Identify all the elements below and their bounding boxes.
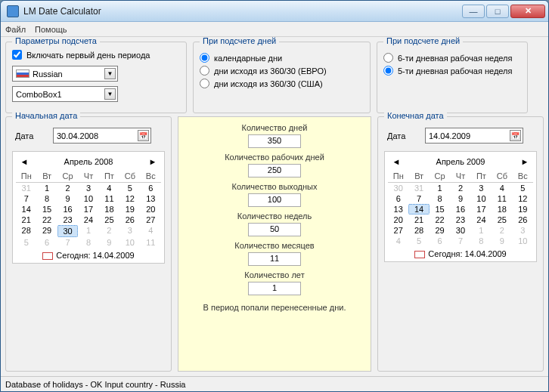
calendar-day[interactable]: 8 <box>471 236 492 246</box>
calendar-day[interactable]: 5 <box>408 236 429 246</box>
calendar-day[interactable]: 9 <box>450 193 470 204</box>
calendar-day[interactable]: 6 <box>388 193 408 204</box>
calendar-day[interactable]: 17 <box>471 204 492 215</box>
calendar-day[interactable]: 26 <box>513 215 533 225</box>
calendar-day[interactable]: 6 <box>430 236 450 246</box>
calendar-day[interactable]: 22 <box>36 215 57 225</box>
calendar-day[interactable]: 23 <box>450 215 470 225</box>
calendar-day[interactable]: 10 <box>471 193 492 204</box>
calendar-day[interactable]: 7 <box>450 236 470 246</box>
radio-six-day-week[interactable] <box>383 53 393 63</box>
calendar-day[interactable]: 11 <box>141 237 161 248</box>
calendar-day[interactable]: 9 <box>99 237 119 248</box>
calendar-day[interactable]: 19 <box>513 204 533 215</box>
calendar-day[interactable]: 1 <box>36 183 57 193</box>
start-date-picker[interactable]: 30.04.2008 📅 <box>53 128 151 144</box>
calendar-day[interactable]: 16 <box>57 204 78 215</box>
calendar-day[interactable]: 8 <box>430 193 450 204</box>
work-days-value[interactable]: 250 <box>248 164 301 177</box>
calendar-day[interactable]: 4 <box>99 183 119 193</box>
calendar-day[interactable]: 15 <box>430 204 450 215</box>
calendar-day[interactable]: 1 <box>471 225 492 236</box>
calendar-day[interactable]: 25 <box>492 215 512 225</box>
menu-help[interactable]: Помощь <box>35 25 67 34</box>
calendar-day[interactable]: 29 <box>430 225 450 236</box>
calendar-day[interactable]: 30 <box>450 225 470 236</box>
calendar-day[interactable]: 8 <box>36 193 57 204</box>
calendar-day[interactable]: 3 <box>119 225 140 237</box>
radio-calendar-days[interactable] <box>200 53 209 63</box>
calendar-day[interactable]: 29 <box>36 225 57 237</box>
calendar-day[interactable]: 21 <box>16 215 36 225</box>
calendar-day[interactable]: 7 <box>408 193 429 204</box>
calendar-day[interactable]: 1 <box>430 183 450 193</box>
calendar-day[interactable]: 18 <box>492 204 512 215</box>
calendar-day[interactable]: 2 <box>492 225 512 236</box>
calendar-day[interactable]: 6 <box>141 183 161 193</box>
close-button[interactable]: ✕ <box>510 5 545 18</box>
calendar-day[interactable]: 4 <box>492 183 512 193</box>
next-month-button[interactable]: ► <box>147 156 158 167</box>
calendar-day[interactable]: 24 <box>471 215 492 225</box>
prev-month-button[interactable]: ◄ <box>391 156 402 167</box>
prev-month-button[interactable]: ◄ <box>19 156 29 167</box>
calendar-day[interactable]: 22 <box>430 215 450 225</box>
calendar-day[interactable]: 5 <box>119 183 140 193</box>
weeks-value[interactable]: 50 <box>248 223 301 236</box>
radio-five-day-week[interactable] <box>383 66 393 76</box>
calendar-day[interactable]: 26 <box>119 215 140 225</box>
calendar-day[interactable]: 12 <box>119 193 140 204</box>
calendar-day[interactable]: 23 <box>57 215 78 225</box>
calendar-day[interactable]: 10 <box>119 237 140 248</box>
radio-usa-days[interactable] <box>200 79 209 88</box>
calendar-day[interactable]: 18 <box>99 204 119 215</box>
calendar-day[interactable]: 9 <box>492 236 512 246</box>
calendar-day[interactable]: 12 <box>513 193 533 204</box>
calendar-day[interactable]: 8 <box>78 237 98 248</box>
end-today-label[interactable]: Сегодня: 14.04.2009 <box>428 249 506 258</box>
calendar-day[interactable]: 2 <box>99 225 119 237</box>
calendar-day[interactable]: 11 <box>492 193 512 204</box>
calendar-day[interactable]: 20 <box>388 215 408 225</box>
end-calendar[interactable]: ◄ Апрель 2009 ► ПнВтСрЧтПтСбВс 303112345… <box>384 151 537 262</box>
calendar-day[interactable]: 31 <box>408 183 429 193</box>
calendar-day[interactable]: 21 <box>408 215 429 225</box>
calendar-day[interactable]: 25 <box>99 215 119 225</box>
calendar-day[interactable]: 7 <box>57 237 78 248</box>
calendar-day[interactable]: 1 <box>78 225 98 237</box>
calendar-day[interactable]: 30 <box>388 183 408 193</box>
calendar-day[interactable]: 2 <box>450 183 470 193</box>
calendar-day[interactable]: 5 <box>16 237 36 248</box>
calendar-day[interactable]: 16 <box>450 204 470 215</box>
calendar-day[interactable]: 28 <box>16 225 36 237</box>
calendar-day[interactable]: 9 <box>57 193 78 204</box>
minimize-button[interactable]: — <box>462 5 485 18</box>
calendar-day[interactable]: 7 <box>16 193 36 204</box>
calendar-day[interactable]: 13 <box>388 204 408 215</box>
include-first-day-checkbox[interactable] <box>12 50 22 60</box>
next-month-button[interactable]: ► <box>520 156 530 167</box>
end-date-picker[interactable]: 14.04.2009 📅 <box>425 128 523 144</box>
calendar-day[interactable]: 14 <box>408 204 429 215</box>
radio-euro-days[interactable] <box>200 66 209 76</box>
calendar-day[interactable]: 4 <box>141 225 161 237</box>
years-value[interactable]: 1 <box>248 282 301 295</box>
weekend-days-value[interactable]: 100 <box>248 193 301 207</box>
calendar-day[interactable]: 2 <box>57 183 78 193</box>
calendar-day[interactable]: 17 <box>78 204 98 215</box>
calendar-day[interactable]: 13 <box>141 193 161 204</box>
calendar-day[interactable]: 27 <box>141 215 161 225</box>
calendar-day[interactable]: 28 <box>408 225 429 236</box>
calendar-day[interactable]: 6 <box>36 237 57 248</box>
calendar-day[interactable]: 30 <box>57 225 78 237</box>
calendar-day[interactable]: 24 <box>78 215 98 225</box>
combobox1[interactable]: ComboBox1 ▼ <box>12 86 118 102</box>
days-value[interactable]: 350 <box>248 134 301 148</box>
calendar-day[interactable]: 19 <box>119 204 140 215</box>
calendar-day[interactable]: 20 <box>141 204 161 215</box>
maximize-button[interactable]: □ <box>486 5 509 18</box>
months-value[interactable]: 11 <box>248 252 301 266</box>
calendar-day[interactable]: 11 <box>99 193 119 204</box>
calendar-day[interactable]: 3 <box>471 183 492 193</box>
start-calendar[interactable]: ◄ Апрель 2008 ► ПнВтСрЧтПтСбВс 311234567… <box>12 151 165 264</box>
